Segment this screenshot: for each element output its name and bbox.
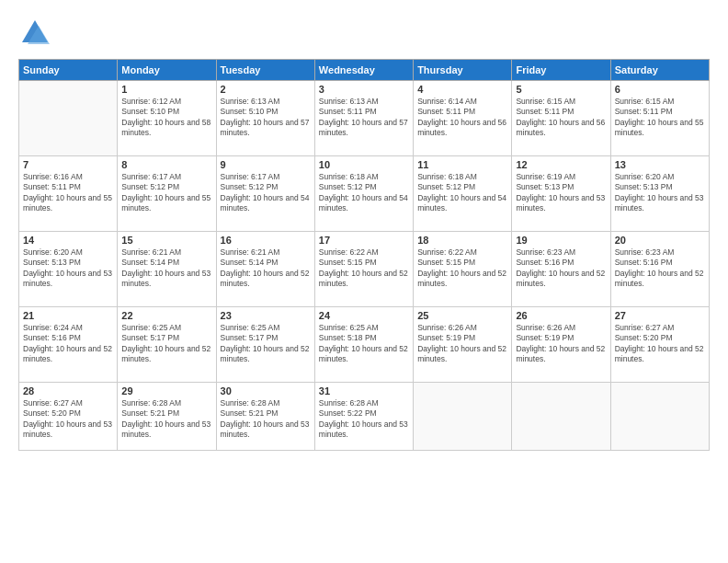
day-info: Sunrise: 6:17 AMSunset: 5:12 PMDaylight:…: [221, 172, 311, 214]
calendar-cell: 7Sunrise: 6:16 AMSunset: 5:11 PMDaylight…: [19, 156, 118, 232]
calendar-cell: 19Sunrise: 6:23 AMSunset: 5:16 PMDayligh…: [512, 232, 610, 307]
day-number: 3: [319, 84, 409, 95]
calendar-cell: 21Sunrise: 6:24 AMSunset: 5:16 PMDayligh…: [19, 307, 118, 383]
day-number: 7: [23, 159, 113, 170]
calendar-cell: 23Sunrise: 6:25 AMSunset: 5:17 PMDayligh…: [216, 307, 314, 383]
day-info: Sunrise: 6:12 AMSunset: 5:10 PMDaylight:…: [121, 97, 211, 139]
day-number: 29: [121, 385, 211, 396]
day-number: 14: [23, 235, 113, 246]
day-number: 27: [615, 310, 705, 321]
calendar-cell: 22Sunrise: 6:25 AMSunset: 5:17 PMDayligh…: [118, 307, 216, 383]
calendar-cell: 3Sunrise: 6:13 AMSunset: 5:11 PMDaylight…: [314, 81, 413, 156]
calendar-header-row: SundayMondayTuesdayWednesdayThursdayFrid…: [19, 60, 710, 81]
day-number: 28: [23, 385, 113, 396]
day-info: Sunrise: 6:17 AMSunset: 5:12 PMDaylight:…: [121, 172, 211, 214]
calendar-cell: 8Sunrise: 6:17 AMSunset: 5:12 PMDaylight…: [118, 156, 216, 232]
logo-icon: [18, 17, 51, 50]
day-number: 9: [221, 159, 311, 170]
calendar-cell: 27Sunrise: 6:27 AMSunset: 5:20 PMDayligh…: [610, 307, 709, 383]
day-number: 11: [417, 159, 507, 170]
logo: [18, 17, 55, 50]
day-info: Sunrise: 6:25 AMSunset: 5:18 PMDaylight:…: [319, 323, 409, 365]
day-number: 15: [121, 235, 211, 246]
day-info: Sunrise: 6:27 AMSunset: 5:20 PMDaylight:…: [615, 323, 705, 365]
day-number: 13: [615, 159, 705, 170]
day-number: 24: [319, 310, 409, 321]
day-info: Sunrise: 6:13 AMSunset: 5:10 PMDaylight:…: [221, 97, 311, 139]
day-info: Sunrise: 6:28 AMSunset: 5:21 PMDaylight:…: [221, 398, 311, 441]
day-number: 22: [121, 310, 211, 321]
day-number: 1: [121, 84, 211, 95]
col-header-wednesday: Wednesday: [314, 60, 413, 81]
day-number: 2: [221, 84, 311, 95]
page: SundayMondayTuesdayWednesdayThursdayFrid…: [0, 0, 728, 563]
day-info: Sunrise: 6:21 AMSunset: 5:14 PMDaylight:…: [221, 247, 311, 290]
calendar-cell: [512, 383, 610, 451]
calendar-week-row: 1Sunrise: 6:12 AMSunset: 5:10 PMDaylight…: [19, 81, 710, 156]
day-number: 26: [516, 310, 606, 321]
day-info: Sunrise: 6:20 AMSunset: 5:13 PMDaylight:…: [23, 247, 113, 290]
day-info: Sunrise: 6:19 AMSunset: 5:13 PMDaylight:…: [516, 172, 606, 214]
day-info: Sunrise: 6:18 AMSunset: 5:12 PMDaylight:…: [319, 172, 409, 214]
calendar-cell: 9Sunrise: 6:17 AMSunset: 5:12 PMDaylight…: [216, 156, 314, 232]
col-header-sunday: Sunday: [19, 60, 118, 81]
day-info: Sunrise: 6:16 AMSunset: 5:11 PMDaylight:…: [23, 172, 113, 214]
calendar-week-row: 28Sunrise: 6:27 AMSunset: 5:20 PMDayligh…: [19, 383, 710, 451]
day-number: 6: [615, 84, 705, 95]
day-info: Sunrise: 6:26 AMSunset: 5:19 PMDaylight:…: [417, 323, 507, 365]
col-header-thursday: Thursday: [414, 60, 512, 81]
day-number: 18: [417, 235, 507, 246]
day-number: 16: [221, 235, 311, 246]
day-number: 31: [319, 385, 409, 396]
calendar-cell: 18Sunrise: 6:22 AMSunset: 5:15 PMDayligh…: [414, 232, 512, 307]
day-info: Sunrise: 6:14 AMSunset: 5:11 PMDaylight:…: [417, 97, 507, 139]
day-info: Sunrise: 6:25 AMSunset: 5:17 PMDaylight:…: [221, 323, 311, 365]
day-info: Sunrise: 6:15 AMSunset: 5:11 PMDaylight:…: [516, 97, 606, 139]
day-info: Sunrise: 6:22 AMSunset: 5:15 PMDaylight:…: [417, 247, 507, 290]
calendar-cell: 16Sunrise: 6:21 AMSunset: 5:14 PMDayligh…: [216, 232, 314, 307]
calendar-cell: 28Sunrise: 6:27 AMSunset: 5:20 PMDayligh…: [19, 383, 118, 451]
calendar-cell: [19, 81, 118, 156]
day-info: Sunrise: 6:28 AMSunset: 5:22 PMDaylight:…: [319, 398, 409, 441]
col-header-friday: Friday: [512, 60, 610, 81]
day-number: 19: [516, 235, 606, 246]
day-info: Sunrise: 6:25 AMSunset: 5:17 PMDaylight:…: [121, 323, 211, 365]
day-info: Sunrise: 6:23 AMSunset: 5:16 PMDaylight:…: [516, 247, 606, 290]
day-info: Sunrise: 6:28 AMSunset: 5:21 PMDaylight:…: [121, 398, 211, 441]
calendar-cell: 14Sunrise: 6:20 AMSunset: 5:13 PMDayligh…: [19, 232, 118, 307]
day-info: Sunrise: 6:22 AMSunset: 5:15 PMDaylight:…: [319, 247, 409, 290]
day-number: 23: [221, 310, 311, 321]
calendar-cell: 13Sunrise: 6:20 AMSunset: 5:13 PMDayligh…: [610, 156, 709, 232]
calendar-cell: [610, 383, 709, 451]
col-header-saturday: Saturday: [610, 60, 709, 81]
day-number: 25: [417, 310, 507, 321]
calendar-cell: 24Sunrise: 6:25 AMSunset: 5:18 PMDayligh…: [314, 307, 413, 383]
calendar-cell: 15Sunrise: 6:21 AMSunset: 5:14 PMDayligh…: [118, 232, 216, 307]
calendar-cell: 17Sunrise: 6:22 AMSunset: 5:15 PMDayligh…: [314, 232, 413, 307]
day-info: Sunrise: 6:20 AMSunset: 5:13 PMDaylight:…: [615, 172, 705, 214]
day-info: Sunrise: 6:26 AMSunset: 5:19 PMDaylight:…: [516, 323, 606, 365]
calendar-week-row: 7Sunrise: 6:16 AMSunset: 5:11 PMDaylight…: [19, 156, 710, 232]
calendar-table: SundayMondayTuesdayWednesdayThursdayFrid…: [18, 59, 710, 451]
day-info: Sunrise: 6:27 AMSunset: 5:20 PMDaylight:…: [23, 398, 113, 441]
day-info: Sunrise: 6:15 AMSunset: 5:11 PMDaylight:…: [615, 97, 705, 139]
day-number: 5: [516, 84, 606, 95]
calendar-cell: 26Sunrise: 6:26 AMSunset: 5:19 PMDayligh…: [512, 307, 610, 383]
calendar-cell: 5Sunrise: 6:15 AMSunset: 5:11 PMDaylight…: [512, 81, 610, 156]
calendar-cell: 2Sunrise: 6:13 AMSunset: 5:10 PMDaylight…: [216, 81, 314, 156]
day-number: 12: [516, 159, 606, 170]
day-number: 17: [319, 235, 409, 246]
calendar-cell: 31Sunrise: 6:28 AMSunset: 5:22 PMDayligh…: [314, 383, 413, 451]
day-number: 21: [23, 310, 113, 321]
calendar-cell: [414, 383, 512, 451]
calendar-week-row: 14Sunrise: 6:20 AMSunset: 5:13 PMDayligh…: [19, 232, 710, 307]
calendar-week-row: 21Sunrise: 6:24 AMSunset: 5:16 PMDayligh…: [19, 307, 710, 383]
calendar-cell: 10Sunrise: 6:18 AMSunset: 5:12 PMDayligh…: [314, 156, 413, 232]
calendar-cell: 4Sunrise: 6:14 AMSunset: 5:11 PMDaylight…: [414, 81, 512, 156]
day-number: 8: [121, 159, 211, 170]
calendar-cell: 1Sunrise: 6:12 AMSunset: 5:10 PMDaylight…: [118, 81, 216, 156]
col-header-tuesday: Tuesday: [216, 60, 314, 81]
calendar-cell: 30Sunrise: 6:28 AMSunset: 5:21 PMDayligh…: [216, 383, 314, 451]
day-number: 4: [417, 84, 507, 95]
calendar-cell: 6Sunrise: 6:15 AMSunset: 5:11 PMDaylight…: [610, 81, 709, 156]
